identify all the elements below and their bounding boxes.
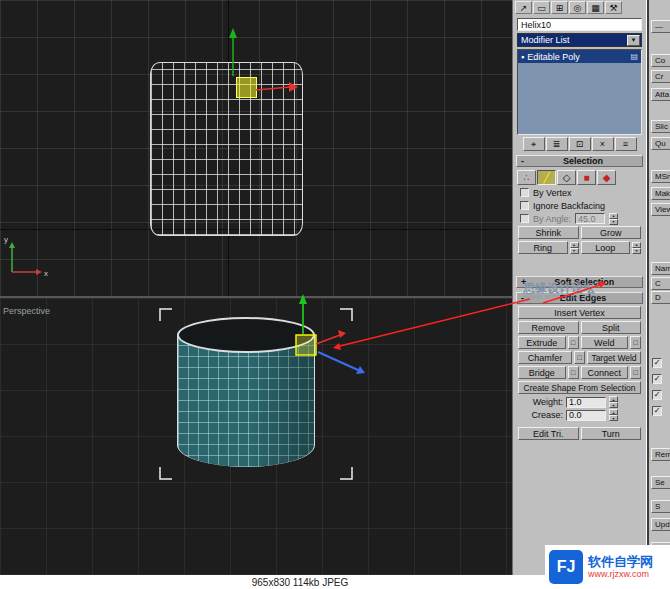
hierarchy-tab-icon[interactable]: ⊞ [551,1,568,14]
chevron-down-icon[interactable]: ▼ [627,35,640,46]
loop-button[interactable]: Loop [581,241,631,254]
by-angle-spinner: ▴ ▾ [609,213,618,225]
modify-tab-icon[interactable]: ▭ [533,1,550,14]
spinner-down-icon[interactable]: ▾ [632,248,641,254]
viewport-front[interactable] [0,0,512,296]
weight-field[interactable]: 1.0 [566,397,606,408]
ignore-backfacing-checkbox[interactable] [520,201,529,210]
selection-rollout-title: Selection [528,156,638,166]
loop-spinner[interactable]: ▴ ▾ [632,242,641,254]
cropped-button[interactable]: Slic [651,120,670,133]
ring-spinner[interactable]: ▴ ▾ [570,242,579,254]
insert-vertex-button[interactable]: Insert Vertex [518,306,641,319]
modifier-list-dropdown[interactable]: Modifier List ▼ [517,33,642,47]
cropped-checkbox[interactable]: ✓ [652,406,662,416]
create-tab-icon[interactable]: ↗ [515,1,532,14]
make-unique-button[interactable]: ⊡ [569,137,591,151]
target-weld-button[interactable]: Target Weld [587,351,641,364]
vertex-mode-button[interactable]: ∴ [517,170,536,185]
utilities-tab-icon[interactable]: ⚒ [605,1,622,14]
cropped-button[interactable]: Atta [651,88,670,101]
cropped-checkbox[interactable]: ✓ [652,358,662,368]
cropped-button[interactable]: Nam [651,262,670,275]
create-shape-button[interactable]: Create Shape From Selection [518,381,641,394]
spinner-down-icon[interactable]: ▾ [609,402,618,408]
extrude-weld-row: Extrude □ Weld □ [518,336,641,349]
site-logo-icon: FJ [549,550,583,584]
configure-modifier-sets-button[interactable]: ≡ [615,137,637,151]
site-logo-url: www.rjzxw.com [588,569,653,580]
display-tab-icon[interactable]: ▦ [587,1,604,14]
cropped-button[interactable]: Co [651,54,670,67]
cropped-button[interactable]: C [651,277,670,290]
cropped-checkbox[interactable]: ✓ [652,390,662,400]
cylinder-top-rim[interactable] [177,317,315,353]
stack-item-label: Editable Poly [527,52,580,62]
cylinder-body[interactable] [177,335,315,467]
pin-stack-button[interactable]: ⌖ [523,137,545,151]
subobject-mode-row: ∴ ╱ ◇ ■ ◆ [517,170,642,185]
show-end-result-button[interactable]: ≣ [546,137,568,151]
ring-button[interactable]: Ring [518,241,568,254]
selection-rollout-header[interactable]: - Selection [516,155,643,167]
object-name-field[interactable]: Helix10 [517,18,642,31]
ignore-backfacing-row: Ignore Backfacing [520,200,639,211]
spinner-down-icon[interactable]: ▾ [570,248,579,254]
turn-button[interactable]: Turn [581,427,642,440]
modifier-stack[interactable]: ▪ Editable Poly ▤ [517,49,642,135]
extrude-button[interactable]: Extrude [518,336,566,349]
edge-mode-button[interactable]: ╱ [537,170,556,185]
edittri-turn-row: Edit Tri. Turn [518,427,641,440]
cropped-checkbox[interactable]: ✓ [652,374,662,384]
chamfer-settings-button[interactable]: □ [574,351,585,364]
create-shape-row: Create Shape From Selection [518,381,641,394]
selected-edges-highlight[interactable] [236,77,257,98]
cropped-button[interactable]: View [651,203,670,216]
viewport-perspective[interactable]: Perspective [0,298,512,575]
cropped-button[interactable]: Rem [651,448,670,461]
chamfer-button[interactable]: Chamfer [518,351,572,364]
border-mode-button[interactable]: ◇ [557,170,576,185]
cropped-button[interactable]: Cr [651,70,670,83]
motion-tab-icon[interactable]: ◎ [569,1,586,14]
site-logo: FJ 软件自学网 www.rjzxw.com [545,545,670,589]
shrink-button[interactable]: Shrink [518,226,579,239]
cropped-button[interactable]: Upd [651,518,670,531]
weld-settings-button[interactable]: □ [630,336,641,349]
grow-button[interactable]: Grow [581,226,642,239]
bridge-button[interactable]: Bridge [518,366,566,379]
crease-label: Crease: [529,410,563,420]
shrink-grow-row: Shrink Grow [518,226,641,239]
connect-settings-button[interactable]: □ [630,366,641,379]
spinner-down-icon[interactable]: ▾ [609,415,618,421]
cropped-button[interactable]: D [651,291,670,304]
remove-modifier-button[interactable]: × [592,137,614,151]
cylinder-wireframe[interactable] [150,62,303,236]
edit-tri-button[interactable]: Edit Tri. [518,427,579,440]
stack-item-editable-poly[interactable]: ▪ Editable Poly ▤ [518,50,641,63]
cropped-button[interactable]: Mak [651,187,670,200]
cropped-button[interactable]: MSm [651,170,670,183]
cropped-button[interactable]: — [651,20,670,33]
weight-spinner[interactable]: ▴ ▾ [609,396,618,408]
viewport-label[interactable]: Perspective [3,306,50,316]
crease-field[interactable]: 0.0 [566,410,606,421]
weld-button[interactable]: Weld [581,336,629,349]
element-mode-button[interactable]: ◆ [597,170,616,185]
cropped-button[interactable]: Se [651,476,670,489]
cropped-button[interactable]: S [651,500,670,513]
image-info-text: 965x830 114kb JPEG [252,577,349,588]
remove-button[interactable]: Remove [518,321,579,334]
connect-button[interactable]: Connect [581,366,629,379]
crease-row: Crease: 0.0 ▴ ▾ [529,409,638,421]
cropped-button[interactable]: Qu [651,137,670,150]
polygon-mode-button[interactable]: ■ [577,170,596,185]
crease-spinner[interactable]: ▴ ▾ [609,409,618,421]
by-angle-checkbox[interactable] [520,214,529,223]
bridge-settings-button[interactable]: □ [568,366,579,379]
stack-item-state-icon[interactable]: ▤ [630,52,638,61]
split-button[interactable]: Split [581,321,642,334]
extrude-settings-button[interactable]: □ [568,336,579,349]
by-angle-label: By Angle: [533,214,571,224]
by-vertex-checkbox[interactable] [520,188,529,197]
